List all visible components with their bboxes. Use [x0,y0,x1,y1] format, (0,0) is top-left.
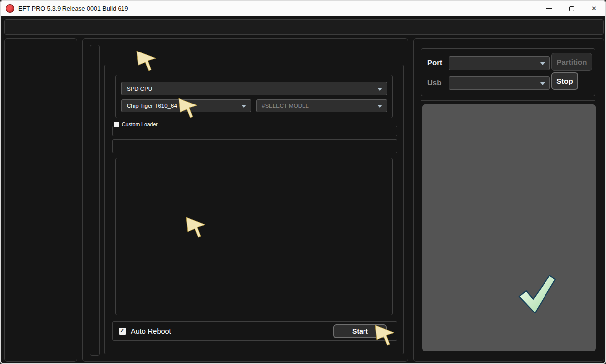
minimize-button[interactable] [538,1,560,16]
usb-dropdown[interactable] [449,76,550,90]
spd-cpu-value: SPD CPU [127,86,152,92]
connection-box: Port Partition Usb Stop [421,48,595,96]
model-dropdown[interactable]: #SELECT MODEL [256,99,387,112]
checkbox-icon [114,122,119,127]
chip-value: Chip Tiger T610_64 [127,103,177,109]
window-title: EFT PRO 5.3.9 Release 0001 Build 619 [18,5,128,12]
port-dropdown[interactable] [449,56,550,70]
titlebar: EFT PRO 5.3.9 Release 0001 Build 619 ✕ [1,1,605,16]
model-placeholder: #SELECT MODEL [262,103,309,109]
divider [421,100,595,102]
chevron-down-icon [377,105,382,108]
auto-reboot-checkbox[interactable] [119,328,126,335]
usb-label: Usb [427,78,441,87]
chevron-down-icon [540,62,545,65]
spd-cpu-dropdown[interactable]: SPD CPU [121,82,387,95]
minimize-icon [546,8,552,9]
auto-reboot-label: Auto Reboot [131,327,171,335]
maximize-button[interactable] [560,1,583,16]
chip-select-group: SPD CPU Chip Tiger T610_64 #SELECT MODEL [115,75,393,118]
chevron-down-icon [540,82,545,85]
chevron-down-icon [242,105,246,108]
operation-list [115,158,393,315]
chip-dropdown[interactable]: Chip Tiger T610_64 [121,99,251,112]
close-icon: ✕ [591,5,597,12]
action-bar: Auto Reboot Start [112,321,397,341]
port-label: Port [427,58,442,67]
partition-button[interactable]: Partition [551,53,592,71]
app-logo-icon [6,4,14,13]
sidebar [4,38,77,362]
maximize-icon [569,6,574,11]
menubar [4,19,604,35]
window-controls: ✕ [538,1,605,16]
main-panel: SPD CPU Chip Tiger T610_64 #SELECT MODEL… [82,38,408,362]
custom-loader-checkbox[interactable]: Custom Loader [113,121,162,127]
side-strip [90,45,100,356]
tab-content: SPD CPU Chip Tiger T610_64 #SELECT MODEL… [104,65,404,354]
stop-button[interactable]: Stop [551,72,578,90]
log-console[interactable] [422,104,596,351]
device-panel: Port Partition Usb Stop [413,38,604,362]
custom-loader-path-input[interactable] [112,126,397,136]
mode-radio-group [112,139,397,153]
close-button[interactable]: ✕ [583,1,605,16]
start-button[interactable]: Start [333,324,387,338]
custom-loader-label: Custom Loader [122,121,158,127]
chevron-down-icon [377,88,382,91]
app-window: EFT PRO 5.3.9 Release 0001 Build 619 ✕ S… [0,0,606,364]
